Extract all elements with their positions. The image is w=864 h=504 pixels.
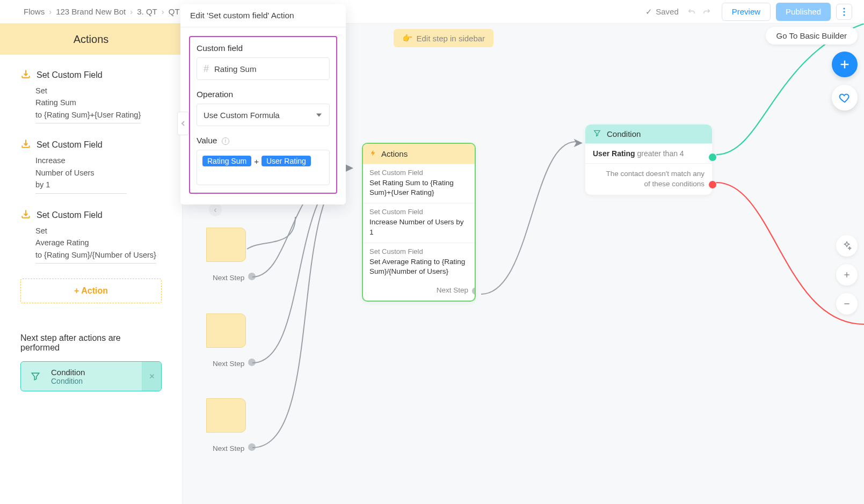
set-field-icon (20, 138, 31, 151)
condition-subtitle: Condition (51, 377, 85, 385)
formula-tag[interactable]: User Rating (262, 156, 311, 166)
action-item[interactable]: Set Custom Field Increase Number of User… (20, 138, 162, 193)
add-action-button[interactable]: + Action (20, 279, 162, 303)
saved-indicator: ✓ Saved (645, 7, 679, 17)
action-section-body: Set Rating Sum to {Rating Sum}+{User Rat… (369, 178, 468, 198)
custom-field-label: Custom field (197, 43, 330, 53)
action-title: Set Custom Field (37, 70, 103, 80)
next-step-label: Next Step (213, 444, 244, 452)
action-description: Set Average Rating to {Rating Sum}/{Numb… (35, 225, 156, 264)
true-output-dot[interactable] (709, 154, 716, 161)
add-node-fab[interactable] (832, 52, 858, 77)
condition-else: The contact doesn't match any of these c… (585, 163, 712, 195)
value-formula-input[interactable]: Rating Sum + User Rating (197, 150, 330, 185)
action-item[interactable]: Set Custom Field Set Average Rating to {… (20, 209, 162, 264)
filter-icon (28, 369, 42, 383)
flow-node-stub[interactable]: ‹ (206, 228, 246, 262)
connection-dot[interactable] (248, 359, 256, 366)
actions-card-title: Actions (381, 149, 408, 158)
sidebar-title: Actions (0, 24, 182, 55)
breadcrumb-sep-icon: › (162, 7, 164, 16)
condition-rule[interactable]: User Rating greater than 4 (585, 143, 712, 163)
custom-field-input[interactable]: # Rating Sum (197, 57, 330, 80)
operation-label: Operation (197, 90, 330, 99)
actions-node-card[interactable]: Actions Set Custom Field Set Rating Sum … (362, 143, 476, 302)
edit-step-in-sidebar-button[interactable]: 👉 Edit step in sidebar (394, 29, 494, 47)
svg-point-1 (843, 11, 845, 12)
action-section-body: Set Average Rating to {Rating Sum}/{Numb… (369, 257, 468, 276)
redo-button[interactable] (699, 4, 714, 19)
undo-button[interactable] (684, 4, 699, 19)
next-step-label: Next Step (213, 274, 244, 282)
next-step-condition-chip[interactable]: Condition Condition (20, 361, 162, 391)
action-section-body: Increase Number of Users by 1 (369, 217, 468, 237)
custom-field-value: Rating Sum (214, 64, 256, 74)
flow-node-stub[interactable] (206, 398, 246, 433)
breadcrumb-bot[interactable]: 123 Brand New Bot (56, 7, 126, 16)
breadcrumb-sep-icon: › (130, 7, 133, 16)
svg-point-0 (843, 8, 845, 9)
edit-panel-header: Edit 'Set custom field' Action (180, 4, 346, 27)
action-title: Set Custom Field (37, 140, 103, 150)
bolt-icon (369, 148, 377, 159)
check-icon: ✓ (645, 7, 652, 17)
arrow-right-icon: ➤ (572, 135, 583, 150)
top-bar: Flows › 123 Brand New Bot › 3. QT › QT ✓… (0, 0, 864, 24)
edit-action-panel: Edit 'Set custom field' Action Custom fi… (180, 4, 346, 204)
preview-button[interactable]: Preview (722, 3, 771, 21)
number-icon: # (204, 63, 209, 75)
next-step-heading: Next step after actions are performed (20, 333, 162, 353)
sidebar: Actions Set Custom Field Set Rating Sum … (0, 24, 183, 504)
more-menu-button[interactable] (836, 4, 852, 20)
set-field-icon (20, 209, 31, 222)
next-step-label: Next Step (437, 286, 468, 294)
action-description: Set Rating Sum to {Rating Sum}+{User Rat… (35, 85, 141, 123)
next-step-label: Next Step (213, 360, 244, 368)
condition-card-title: Condition (607, 129, 641, 138)
zoom-out-button[interactable] (836, 293, 858, 315)
breadcrumb-current[interactable]: QT (169, 7, 180, 16)
operation-value: Use Custom Formula (204, 111, 280, 120)
favorite-fab[interactable] (832, 85, 858, 111)
published-button[interactable]: Published (776, 3, 831, 21)
go-to-basic-builder-button[interactable]: Go To Basic Builder (766, 27, 858, 45)
breadcrumb-flows[interactable]: Flows (24, 7, 45, 16)
chevron-left-icon[interactable]: ‹ (209, 203, 222, 216)
action-section-title: Set Custom Field (369, 247, 468, 255)
set-field-icon (20, 69, 31, 82)
info-icon[interactable]: i (222, 137, 229, 145)
connection-dot[interactable] (248, 273, 256, 280)
pointing-hand-icon: 👉 (402, 33, 412, 43)
auto-layout-button[interactable] (836, 235, 858, 257)
false-output-dot[interactable] (709, 181, 716, 188)
connection-dot[interactable] (472, 287, 476, 295)
saved-label: Saved (656, 7, 679, 16)
formula-tag[interactable]: Rating Sum (202, 156, 251, 166)
condition-node-card[interactable]: Condition User Rating greater than 4 The… (585, 125, 712, 195)
collapse-sidebar-button[interactable] (177, 112, 189, 135)
action-section-title: Set Custom Field (369, 169, 468, 177)
action-item[interactable]: Set Custom Field Set Rating Sum to {Rati… (20, 69, 162, 123)
connection-dot[interactable] (248, 443, 256, 451)
filter-icon (593, 129, 601, 139)
operation-select[interactable]: Use Custom Formula (197, 104, 330, 126)
condition-title: Condition (51, 368, 85, 377)
zoom-in-button[interactable] (836, 264, 858, 286)
formula-operator: + (254, 157, 259, 166)
value-label: Value (197, 136, 217, 145)
remove-condition-button[interactable] (142, 362, 161, 391)
action-description: Increase Number of Users by 1 (35, 155, 127, 193)
action-section-title: Set Custom Field (369, 208, 468, 216)
breadcrumb-qt[interactable]: 3. QT (137, 7, 157, 16)
svg-point-2 (843, 14, 845, 16)
flow-node-stub[interactable] (206, 313, 246, 348)
action-title: Set Custom Field (37, 210, 103, 220)
breadcrumb-sep-icon: › (49, 7, 52, 16)
